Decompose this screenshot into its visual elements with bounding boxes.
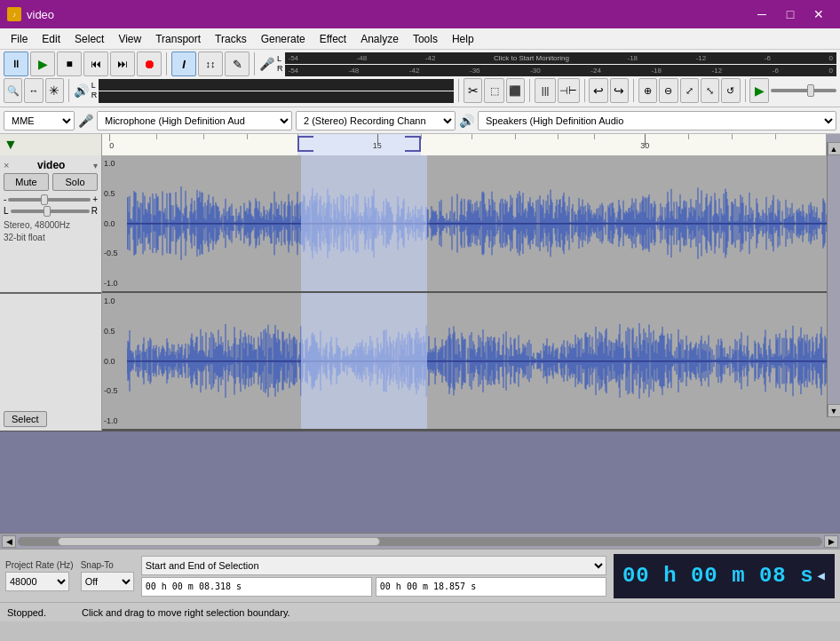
output-device-select[interactable]: Speakers (High Definition Audio xyxy=(478,111,836,131)
paste-button[interactable]: ⬛ xyxy=(506,78,525,103)
play-button[interactable]: ▶ xyxy=(30,51,55,76)
selection-highlight-top xyxy=(301,155,426,291)
draw-tool[interactable]: ✎ xyxy=(225,51,250,76)
menu-generate[interactable]: Generate xyxy=(254,29,313,49)
vertical-scrollbar[interactable]: ▲ ▼ xyxy=(827,155,840,417)
separator xyxy=(166,52,167,75)
click-to-monitor[interactable]: Click to Start Monitoring xyxy=(494,54,569,62)
project-rate-section: Project Rate (Hz) 48000 44100 xyxy=(5,560,74,591)
status-bar: Stopped. Click and drag to move right se… xyxy=(0,602,840,621)
gain-slider[interactable] xyxy=(8,198,91,202)
snap-to-section: Snap-To Off On xyxy=(81,560,134,591)
pause-button[interactable]: ⏸ xyxy=(4,51,28,76)
play-green-btn[interactable]: ▶ xyxy=(749,78,768,103)
envelope-tool[interactable]: ↕↕ xyxy=(198,51,223,76)
status-right: Click and drag to move right selection b… xyxy=(82,607,290,618)
stop-button[interactable]: ■ xyxy=(57,51,82,76)
h-scrollbar[interactable]: ◀ ▶ xyxy=(0,533,840,549)
playback-level-ctrl: 🔊 LR xyxy=(74,81,98,100)
menu-view[interactable]: View xyxy=(111,29,148,49)
copy-button[interactable]: ⬚ xyxy=(484,78,503,103)
redo-button[interactable]: ↪ xyxy=(610,78,629,103)
solo-button[interactable]: Solo xyxy=(52,173,98,191)
channels-select[interactable]: 2 (Stereo) Recording Chann xyxy=(296,111,456,131)
mic-device-icon: 🎤 xyxy=(78,114,93,128)
zoom-out-btn[interactable]: ⊖ xyxy=(659,78,678,103)
pan-r-label: R xyxy=(91,206,98,216)
playback-arrow[interactable]: ▼ xyxy=(4,137,18,153)
sep8 xyxy=(745,79,746,102)
trim-btn[interactable]: ⊣⊢ xyxy=(558,78,579,103)
undo-button[interactable]: ↩ xyxy=(589,78,607,103)
close-button[interactable]: ✕ xyxy=(804,0,833,28)
skip-end-button[interactable]: ⏭ xyxy=(110,51,135,76)
pan-slider[interactable] xyxy=(11,210,90,213)
scroll-down-arrow[interactable]: ▼ xyxy=(828,404,841,417)
waveform-top[interactable]: 1.0 0.5 0.0 -0.5 -1.0 xyxy=(102,155,840,293)
zoom-in-btn[interactable]: ⊕ xyxy=(638,78,657,103)
track-info-line2: 32-bit float xyxy=(4,232,98,244)
gain-thumb[interactable] xyxy=(41,194,48,205)
waveform-bottom[interactable]: 1.0 0.5 0.0 -0.5 -1.0 xyxy=(102,293,840,431)
timeline-ruler[interactable]: 0 15 30 xyxy=(102,134,826,155)
menubar: File Edit Select View Transport Tracks G… xyxy=(0,28,840,50)
multi-tool[interactable]: ✳ xyxy=(45,78,64,103)
h-scroll-track[interactable] xyxy=(18,537,822,546)
minimize-button[interactable]: ─ xyxy=(748,0,776,28)
menu-tracks[interactable]: Tracks xyxy=(208,29,254,49)
maximize-button[interactable]: □ xyxy=(776,0,804,28)
snap-to-select[interactable]: Off On xyxy=(81,572,134,591)
ruler-tick-0 xyxy=(109,134,110,141)
pan-thumb[interactable] xyxy=(44,206,51,217)
vu-meter[interactable]: -54-48-42 Click to Start Monitoring -18-… xyxy=(285,52,837,76)
ruler-left: ▼ xyxy=(0,134,102,155)
ruler-tick-15 xyxy=(377,134,378,145)
menu-analyze[interactable]: Analyze xyxy=(353,29,406,49)
snap-to-label: Snap-To xyxy=(81,560,134,570)
ruler-row: ▼ 0 15 30 xyxy=(0,134,840,155)
time-start-display[interactable]: 00 h 00 m 08.318 s xyxy=(141,577,372,597)
track-dropdown-btn[interactable]: ▾ xyxy=(93,161,98,170)
big-timer-text: 00 h 00 m 08 s xyxy=(622,564,814,588)
project-rate-select[interactable]: 48000 44100 xyxy=(5,572,69,591)
scroll-left-arrow[interactable]: ◀ xyxy=(2,535,16,548)
app-icon: ♪ xyxy=(7,7,21,21)
h-scroll-thumb[interactable] xyxy=(58,537,379,546)
input-device-select[interactable]: Microphone (High Definition Aud xyxy=(97,111,292,131)
input-level-ctrl: 🎤 LR xyxy=(259,54,283,74)
track-header-bottom: Select xyxy=(0,294,101,431)
track-title-row: × video ▾ xyxy=(4,159,98,171)
select-button[interactable]: Select xyxy=(4,411,47,427)
speed-slider xyxy=(771,89,836,92)
skip-start-button[interactable]: ⏮ xyxy=(83,51,108,76)
mute-button[interactable]: Mute xyxy=(4,173,49,191)
select-tool[interactable]: I xyxy=(171,51,196,76)
track-close-btn[interactable]: × xyxy=(4,160,9,170)
empty-track-area xyxy=(0,431,840,533)
zoom-tool[interactable]: 🔍 xyxy=(4,78,22,103)
time-end-display[interactable]: 00 h 00 m 18.857 s xyxy=(376,577,606,597)
center-line-bottom xyxy=(127,361,840,362)
host-select[interactable]: MME xyxy=(4,111,75,131)
zoom-fit-btn[interactable]: ⤢ xyxy=(680,78,699,103)
menu-transport[interactable]: Transport xyxy=(148,29,208,49)
bottom-controls: Project Rate (Hz) 48000 44100 Snap-To Of… xyxy=(0,549,840,602)
window-controls: ─ □ ✕ xyxy=(748,0,833,28)
big-timer-arrow[interactable]: ◀ xyxy=(818,568,826,583)
scroll-right-arrow[interactable]: ▶ xyxy=(824,535,838,548)
menu-help[interactable]: Help xyxy=(445,29,481,49)
menu-tools[interactable]: Tools xyxy=(406,29,445,49)
menu-select[interactable]: Select xyxy=(67,29,111,49)
selection-mode-select[interactable]: Start and End of Selection xyxy=(141,556,606,575)
track-header-top: × video ▾ Mute Solo - + L xyxy=(0,155,101,294)
menu-file[interactable]: File xyxy=(4,29,35,49)
cut-button[interactable]: ✂ xyxy=(464,78,482,103)
silence-btn[interactable]: ||| xyxy=(535,78,556,103)
zoom-reset-btn[interactable]: ↺ xyxy=(721,78,740,103)
menu-effect[interactable]: Effect xyxy=(313,29,353,49)
menu-edit[interactable]: Edit xyxy=(35,29,67,49)
record-button[interactable]: ⏺ xyxy=(137,51,162,76)
pan-tool[interactable]: ↔ xyxy=(24,78,43,103)
zoom-sel-btn[interactable]: ⤡ xyxy=(701,78,719,103)
sel-end-marker xyxy=(405,136,421,152)
